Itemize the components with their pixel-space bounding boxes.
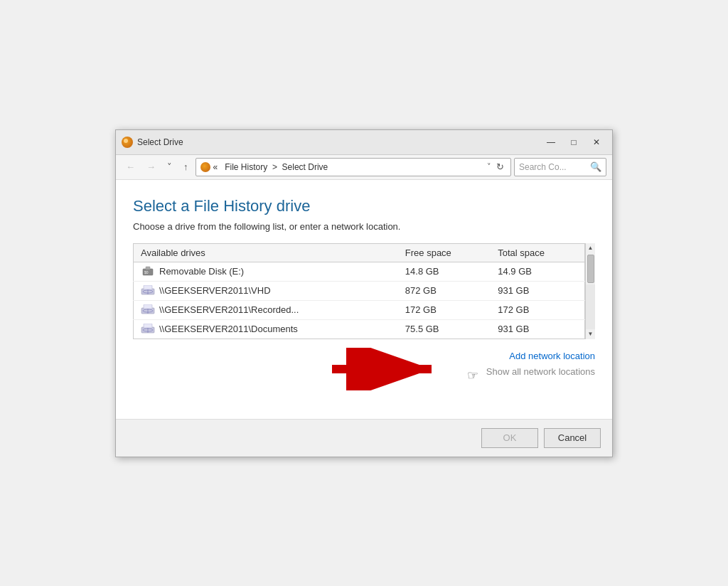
forward-button[interactable]: →: [142, 159, 160, 175]
scroll-up-arrow[interactable]: ▲: [586, 243, 596, 253]
col-header-name: Available drives: [134, 243, 398, 262]
drive-name-cell-0: $0 Removable Disk (E:): [134, 262, 398, 281]
address-text: « File History > Select Drive: [213, 162, 485, 172]
table-row[interactable]: $0 Removable Disk (E:)14.8 GB14.9 GB: [134, 262, 585, 281]
scroll-thumb[interactable]: [587, 255, 594, 283]
drives-table-main: Available drives Free space Total space …: [133, 243, 585, 339]
main-window: Select Drive — □ ✕ ← → ˅ ↑ « File Histor…: [115, 129, 613, 457]
drive-icon: [141, 324, 155, 335]
drive-free-space: 75.5 GB: [398, 319, 491, 339]
window-title: Select Drive: [137, 137, 541, 147]
drive-total-space: 172 GB: [491, 300, 584, 319]
svg-rect-10: [144, 304, 152, 309]
drive-free-space: 872 GB: [398, 281, 491, 300]
page-title: Select a File History drive: [133, 197, 595, 215]
svg-text:$0: $0: [144, 270, 149, 275]
add-network-link[interactable]: Add network location: [509, 351, 595, 361]
red-arrow-icon: [332, 348, 446, 390]
svg-rect-6: [144, 285, 152, 289]
svg-rect-1: [146, 267, 150, 270]
arrow-container: [332, 348, 446, 390]
drive-name: \\GEEKSERVER2011\Documents: [159, 324, 298, 334]
maximize-button[interactable]: □: [564, 134, 584, 150]
footer: OK Cancel: [116, 419, 612, 457]
col-header-free: Free space: [398, 243, 491, 262]
links-section: ☞ Add network location Show all network …: [133, 348, 595, 405]
table-row[interactable]: \\GEEKSERVER2011\Recorded...172 GB172 GB: [134, 300, 585, 319]
drive-name-cell-3: \\GEEKSERVER2011\Documents: [134, 319, 398, 339]
search-icon[interactable]: 🔍: [590, 161, 601, 172]
show-locations-link[interactable]: Show all network locations: [486, 366, 595, 377]
search-bar[interactable]: Search Co... 🔍: [514, 158, 606, 176]
drive-icon: [141, 285, 155, 297]
refresh-button[interactable]: ↻: [494, 161, 506, 172]
back-button[interactable]: ←: [122, 159, 139, 175]
col-header-total: Total space: [491, 243, 584, 262]
drive-free-space: 172 GB: [398, 300, 491, 319]
up-button[interactable]: ↑: [179, 159, 193, 175]
window-controls: — □ ✕: [541, 134, 606, 150]
drive-total-space: 931 GB: [491, 281, 584, 300]
drives-table-container: Available drives Free space Total space …: [133, 243, 595, 339]
table-row[interactable]: \\GEEKSERVER2011\VHD872 GB931 GB: [134, 281, 585, 300]
table-row[interactable]: \\GEEKSERVER2011\Documents75.5 GB931 GB: [134, 319, 585, 339]
drives-table: Available drives Free space Total space …: [133, 243, 585, 339]
title-bar: Select Drive — □ ✕: [116, 130, 612, 155]
drive-name-cell-2: \\GEEKSERVER2011\Recorded...: [134, 300, 398, 319]
nav-bar: ← → ˅ ↑ « File History > Select Drive ˅ …: [116, 155, 612, 180]
address-chevron[interactable]: ˅: [487, 162, 491, 171]
close-button[interactable]: ✕: [587, 134, 606, 150]
ok-button[interactable]: OK: [481, 428, 538, 448]
page-subtitle: Choose a drive from the following list, …: [133, 221, 595, 232]
search-placeholder: Search Co...: [519, 162, 587, 172]
scroll-down-arrow[interactable]: ▼: [586, 329, 596, 339]
drive-total-space: 14.9 GB: [491, 262, 584, 281]
drive-name-cell-1: \\GEEKSERVER2011\VHD: [134, 281, 398, 300]
drive-icon: [141, 304, 155, 316]
dropdown-button[interactable]: ˅: [163, 159, 176, 175]
scrollbar[interactable]: ▲ ▼: [585, 243, 595, 339]
cancel-button[interactable]: Cancel: [544, 428, 601, 448]
drive-icon: $0: [141, 266, 155, 277]
minimize-button[interactable]: —: [541, 134, 561, 150]
content-area: Select a File History drive Choose a dri…: [116, 180, 612, 419]
drive-total-space: 931 GB: [491, 319, 584, 339]
address-bar[interactable]: « File History > Select Drive ˅ ↻: [196, 158, 512, 176]
scroll-track: [586, 284, 595, 329]
table-header-row: Available drives Free space Total space: [134, 243, 585, 262]
drive-name: \\GEEKSERVER2011\Recorded...: [159, 304, 299, 315]
drive-name: Removable Disk (E:): [159, 266, 244, 277]
address-icon: [200, 162, 210, 172]
drive-free-space: 14.8 GB: [398, 262, 491, 281]
svg-rect-14: [144, 324, 152, 328]
window-icon: [122, 137, 133, 148]
drive-name: \\GEEKSERVER2011\VHD: [159, 285, 271, 296]
cursor-hand-icon: ☞: [467, 368, 478, 383]
